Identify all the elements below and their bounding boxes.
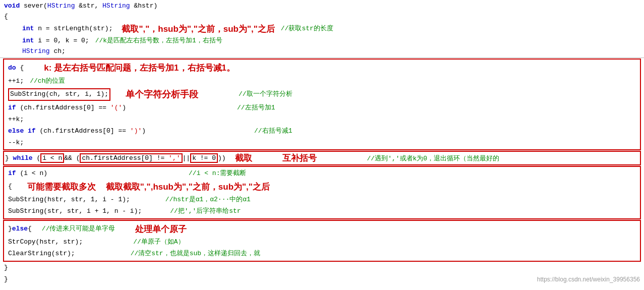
- int-n-code: int n = strLength(str);: [22, 24, 112, 34]
- if-open-line: { 可能需要截取多次 截取截取",",hsub为","之前，sub为","之后: [4, 180, 640, 194]
- ann-cut2: 截取截取",",hsub为","之前，sub为","之后: [106, 180, 270, 194]
- if-paren-code: if (ch.firstAddress[0] == '('): [8, 103, 126, 113]
- comment1: //获取str的长度: [281, 24, 333, 34]
- comment-while: //遇到','或者k为0，退出循环（当然最好的: [367, 154, 500, 163]
- ann-multi-cut: 可能需要截取多次: [27, 180, 96, 194]
- comment-clear: //清空str，也就是sub，这样递归回去，就: [131, 249, 260, 259]
- ann-k-label: k: 是左右括号匹配问题，左括号加1，右括号减1。: [44, 61, 235, 75]
- else-block: }else{ //传进来只可能是单字母 处理单个原子 StrCopy(hstr,…: [3, 220, 641, 262]
- do-keyword: do {: [8, 63, 24, 74]
- if-open-brace: {: [8, 182, 12, 192]
- ann-single-char: 单个字符分析手段: [126, 87, 198, 102]
- deck-code: --k;: [8, 138, 24, 148]
- ann-mutual-paren: 互补括号: [282, 152, 317, 164]
- comment-sub1: //hstr是α1，α2···中的α1: [165, 195, 251, 205]
- hstring-line: HString ch;: [4, 46, 640, 57]
- if-n-code: if (i < n): [8, 168, 47, 179]
- ann-cut1: 截取","，hsub为","之前，sub为","之后: [122, 22, 274, 36]
- comment-substr: //取一个字符分析: [239, 89, 292, 100]
- comment-else: //传进来只可能是单字母: [42, 224, 115, 235]
- while-or: ||: [183, 154, 191, 162]
- watermark: https://blog.csdn.net/weixin_39956356: [537, 276, 640, 283]
- if-block: if (i < n) //i < n:需要截断 { 可能需要截取多次 截取截取"…: [3, 166, 641, 219]
- inck-code: ++k;: [8, 114, 24, 125]
- elif-line: else if (ch.firstAddress[0] == ')') //右括…: [4, 126, 640, 137]
- open-brace: {: [4, 12, 8, 22]
- close1-line: }: [0, 262, 644, 274]
- while-prefix: } while (: [5, 154, 40, 162]
- cond2-box: ch.firstAddress[0] != ',': [80, 153, 182, 163]
- else-keyword: }else{: [8, 224, 32, 235]
- substr-highlight: SubString(ch, str, i, 1);: [8, 88, 110, 101]
- close1: }: [4, 263, 8, 273]
- do-block: do { k: 是左右括号匹配问题，左括号加1，右括号减1。 ++i; //ch…: [3, 59, 641, 150]
- sub2-code: SubString(str, str, i + 1, n - i);: [8, 206, 142, 217]
- deck-line: --k;: [4, 137, 640, 149]
- substr-code: SubString(ch, str, i, 1);: [10, 90, 108, 98]
- comment2: //k是匹配左右括号数，左括号加1，右括号: [95, 36, 222, 46]
- while-and: && (: [64, 154, 80, 162]
- comment-if-n: //i < n:需要截断: [189, 168, 246, 179]
- do-header-line: do { k: 是左右括号匹配问题，左括号加1，右括号减1。: [4, 61, 640, 75]
- comment-elif: //右括号减1: [254, 126, 292, 137]
- strcopy-code: StrCopy(hstr, str);: [8, 237, 83, 248]
- int-i-line: int i = 0, k = 0; //k是匹配左右括号数，左括号加1，右括号: [4, 36, 640, 46]
- page-wrapper: void sever(HString &str, HString &hstr) …: [0, 0, 644, 285]
- elif-code: else if (ch.firstAddress[0] == ')'): [8, 126, 146, 137]
- sub2-line: SubString(str, str, i + 1, n - i); //把',…: [4, 206, 640, 217]
- comment-strcopy: //单原子（如A）: [133, 237, 184, 248]
- substring-line: SubString(ch, str, i, 1); 单个字符分析手段 //取一个…: [4, 87, 640, 102]
- else-line: }else{ //传进来只可能是单字母 处理单个原子: [4, 222, 640, 237]
- header-brace: {: [4, 12, 640, 22]
- hstring-code: HString ch;: [22, 46, 66, 57]
- if-n-line: if (i < n) //i < n:需要截断: [4, 168, 640, 180]
- void-keyword: void sever(HString &str, HString &hstr): [4, 1, 157, 12]
- int-n-line: int n = strLength(str); 截取","，hsub为","之前…: [4, 22, 640, 36]
- cond1-text: i < n: [42, 154, 62, 162]
- while-suffix: )): [218, 154, 226, 162]
- top-section: void sever(HString &str, HString &hstr) …: [0, 0, 644, 58]
- comment-sub2: //把','后字符串给str: [170, 206, 241, 217]
- int-i-code: int i = 0, k = 0;: [22, 36, 89, 46]
- clearstr-line: ClearString(str); //清空str，也就是sub，这样递归回去，…: [4, 248, 640, 260]
- comment-if1: //左括号加1: [237, 103, 275, 113]
- comment-inci: //ch的位置: [30, 76, 65, 87]
- inc-i-line: ++i; //ch的位置: [4, 76, 640, 87]
- close2: }: [4, 274, 8, 285]
- header-line1: void sever(HString &str, HString &hstr): [4, 1, 640, 12]
- cond3-text: k != 0: [192, 154, 216, 162]
- cond2-text: ch.firstAddress[0] != ',': [82, 154, 180, 162]
- cond3-box: k != 0: [190, 153, 218, 163]
- sub1-line: SubString(hstr, str, 1, i - 1); //hstr是α…: [4, 194, 640, 206]
- strcopy-line: StrCopy(hstr, str); //单原子（如A）: [4, 237, 640, 248]
- if-paren-line: if (ch.firstAddress[0] == '(') //左括号加1: [4, 102, 640, 114]
- inc-i-code: ++i;: [8, 76, 24, 87]
- ann-atom: 处理单个原子: [135, 222, 187, 236]
- ann-cut-while: 截取: [235, 152, 252, 164]
- inck-line: ++k;: [4, 114, 640, 126]
- while-line-block: } while ( i < n && ( ch.firstAddress[0] …: [3, 151, 641, 165]
- cond1-box: i < n: [40, 153, 64, 163]
- clearstr-code: ClearString(str);: [8, 249, 75, 259]
- sub1-code: SubString(hstr, str, 1, i - 1);: [8, 195, 130, 205]
